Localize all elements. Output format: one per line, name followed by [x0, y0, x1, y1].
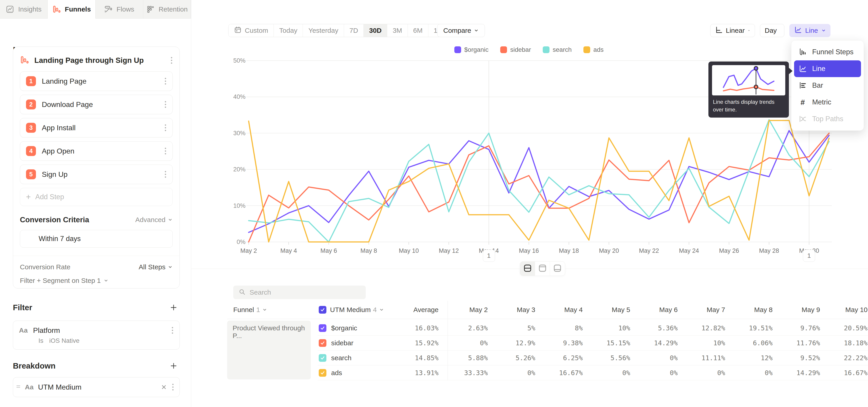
menu-item-funnel-steps[interactable]: Funnel Steps: [794, 44, 861, 60]
chart-type-dropdown[interactable]: Line: [789, 24, 831, 37]
kebab-menu-icon[interactable]: [164, 170, 166, 179]
annotation-badge-may-30[interactable]: 1: [803, 250, 815, 262]
step-label: Landing Page: [42, 77, 164, 86]
funnel-step-3[interactable]: 3 App Install: [20, 118, 173, 137]
filter-segment-dropdown[interactable]: Filter + Segment on Step 1: [20, 277, 173, 284]
funnel-step-2[interactable]: 2 Download Page: [20, 95, 173, 114]
conversion-window-control[interactable]: Within 7 days: [20, 230, 173, 248]
funnel-step-5[interactable]: 5 Sign Up: [20, 165, 173, 184]
range-button-yesterday[interactable]: Yesterday: [303, 24, 344, 37]
remove-breakdown-icon[interactable]: [160, 384, 167, 390]
series-line-ads[interactable]: [249, 121, 829, 242]
tab-label: Flows: [116, 5, 134, 13]
select-all-checkbox[interactable]: [319, 306, 327, 314]
kebab-menu-icon[interactable]: [164, 147, 166, 156]
legend-item-ads[interactable]: ads: [583, 46, 603, 53]
cell-value: 0%: [492, 366, 535, 380]
column-header-may-10[interactable]: May 10: [825, 301, 868, 319]
linear-scale-icon: [715, 26, 723, 35]
row-checkbox[interactable]: [319, 324, 327, 332]
column-header-average[interactable]: Average: [396, 301, 438, 319]
filter-platform-card[interactable]: Aa Platform Is iOS Native: [13, 321, 180, 350]
tab-flows[interactable]: Flows: [96, 0, 143, 19]
drag-handle-icon[interactable]: [16, 384, 20, 390]
clock-icon: [26, 233, 34, 244]
compare-button[interactable]: Compare: [437, 24, 485, 37]
row-name: $organic: [331, 321, 357, 336]
column-header-may-9[interactable]: May 9: [777, 301, 820, 319]
split-horizontal-icon: [523, 264, 532, 273]
step-number-badge: 4: [26, 146, 36, 156]
range-button-3m[interactable]: 3M: [387, 24, 408, 37]
column-header-may-3[interactable]: May 3: [492, 301, 535, 319]
range-button-7d[interactable]: 7D: [344, 24, 364, 37]
range-button-today[interactable]: Today: [274, 24, 303, 37]
cell-value: 16.03%: [396, 321, 438, 336]
add-breakdown-button[interactable]: [170, 362, 178, 370]
plus-icon: +: [26, 192, 31, 202]
column-header-may-2[interactable]: May 2: [445, 301, 488, 319]
layout-toggle-header-panel[interactable]: [535, 261, 550, 276]
range-button-6m[interactable]: 6M: [408, 24, 428, 37]
card-divider: [13, 256, 180, 256]
all-steps-dropdown[interactable]: All Steps: [139, 263, 173, 271]
funnel-step-4[interactable]: 4 App Open: [20, 141, 173, 161]
advanced-dropdown[interactable]: Advanced: [135, 216, 173, 224]
column-header-may-7[interactable]: May 7: [682, 301, 725, 319]
funnel-title-row[interactable]: Landing Page through Sign Up: [20, 53, 173, 68]
layout-toggle-split-horizontal[interactable]: [520, 261, 535, 276]
add-step-button[interactable]: + Add Step: [20, 188, 173, 206]
kebab-menu-icon[interactable]: [172, 383, 174, 392]
column-header-may-6[interactable]: May 6: [635, 301, 678, 319]
kebab-menu-icon[interactable]: [164, 100, 166, 109]
legend-item-sidebar[interactable]: sidebar: [500, 46, 531, 53]
query-builder-sidebar: Metric Landing Page through Sign Up 1 La…: [0, 19, 191, 407]
step-number-badge: 1: [26, 76, 36, 86]
layout-toggle-bottom-panel[interactable]: [550, 261, 565, 276]
tab-funnels[interactable]: Funnels: [48, 0, 95, 19]
add-filter-button[interactable]: [170, 304, 178, 311]
layout-toggle-group: [520, 261, 565, 276]
scale-dropdown[interactable]: Linear: [710, 24, 755, 37]
cell-value: 20.59%: [825, 321, 868, 336]
column-header-may-4[interactable]: May 4: [540, 301, 583, 319]
breakdown-utm-medium-chip[interactable]: Aa UTM Medium: [13, 377, 180, 397]
tab-retention[interactable]: Retention: [143, 0, 191, 19]
compare-label: Compare: [443, 27, 471, 34]
breakdown-column-header[interactable]: UTM Medium 4: [319, 301, 384, 319]
menu-item-line[interactable]: Line: [794, 60, 861, 77]
legend-item-organic[interactable]: $organic: [454, 46, 489, 53]
legend-label: sidebar: [510, 46, 531, 53]
table-row-sidebar: sidebar15.92%0%12.9%9.38%15.15%14.29%10%…: [227, 336, 868, 350]
column-header-may-8[interactable]: May 8: [730, 301, 773, 319]
interval-dropdown[interactable]: Day: [760, 24, 784, 37]
tab-insights[interactable]: Insights: [0, 0, 48, 19]
funnel-step-1[interactable]: 1 Landing Page: [20, 71, 173, 91]
kebab-menu-icon[interactable]: [164, 123, 166, 132]
range-label: 3M: [393, 27, 402, 34]
all-steps-label: All Steps: [139, 263, 165, 271]
filter-condition-row[interactable]: Is iOS Native: [13, 336, 180, 349]
search-input[interactable]: [250, 288, 361, 296]
annotation-badge-may-14[interactable]: 1: [483, 250, 495, 262]
row-checkbox[interactable]: [319, 369, 327, 377]
legend-item-search[interactable]: search: [543, 46, 572, 53]
series-line-organic[interactable]: [249, 131, 829, 232]
range-button-custom[interactable]: Custom: [228, 24, 274, 37]
menu-item-metric[interactable]: # Metric: [794, 94, 861, 111]
column-header-may-5[interactable]: May 5: [587, 301, 630, 319]
kebab-menu-icon[interactable]: [171, 326, 174, 335]
step-number-badge: 3: [26, 123, 36, 133]
cell-value: 11.76%: [777, 336, 820, 350]
range-button-30d[interactable]: 30D: [364, 24, 387, 37]
funnel-column-header[interactable]: Funnel 1: [233, 301, 267, 319]
row-checkbox[interactable]: [319, 354, 327, 362]
row-checkbox[interactable]: [319, 339, 327, 347]
chart-type-tooltip: Line charts display trends over time.: [708, 62, 789, 118]
kebab-menu-icon[interactable]: [170, 56, 173, 65]
range-label: Custom: [245, 27, 268, 34]
advanced-label: Advanced: [135, 216, 165, 224]
menu-item-bar[interactable]: Bar: [794, 77, 861, 94]
kebab-menu-icon[interactable]: [164, 77, 166, 86]
range-label: 30D: [369, 27, 381, 34]
